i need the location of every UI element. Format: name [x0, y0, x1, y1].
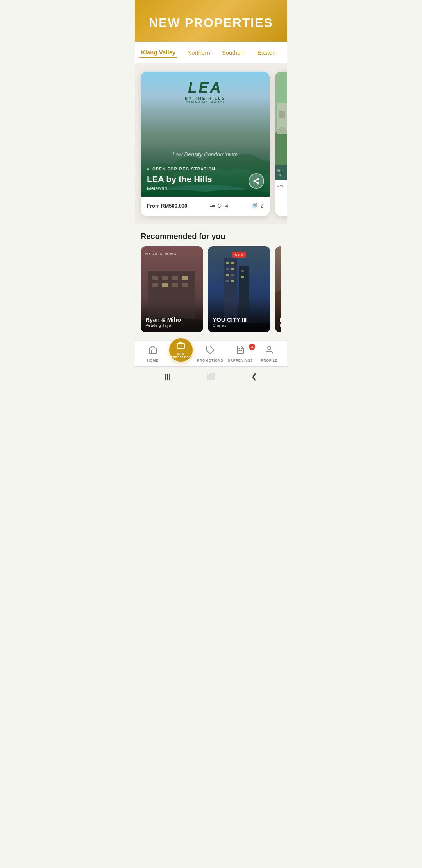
partial-card-mid: Ir... SE...: [275, 165, 287, 180]
bottom-nav: HOME NEWPROPERTIES PROMOTIONS: [135, 340, 287, 366]
lea-logo-main: LEA: [185, 79, 225, 96]
recommended-section: Recommended for you: [135, 224, 287, 340]
tab-southern[interactable]: Southern: [220, 48, 248, 57]
svg-rect-29: [226, 274, 229, 276]
mira-name: Mira At Sh...: [280, 316, 281, 323]
mira-location: Puchong...: [280, 323, 281, 328]
back-button[interactable]: ❮: [251, 372, 257, 381]
rec-card-ryan-miho[interactable]: RYAN & MIHO Ryan & Miho Petaling Jaya: [141, 246, 203, 332]
lea-logo-sub2: TAMAN MELAWATI: [185, 100, 225, 104]
svg-rect-19: [162, 283, 168, 287]
you-city-location: Cheras: [213, 323, 266, 328]
you-city-badge: GRU: [232, 252, 246, 258]
svg-rect-13: [148, 270, 195, 271]
new-properties-label: NEWPROPERTIES: [171, 353, 191, 359]
lea-logo: LEA BY THE HILLS TAMAN MELAWATI: [185, 79, 225, 104]
share-icon: [253, 178, 260, 185]
nav-item-home[interactable]: HOME: [141, 345, 165, 362]
svg-rect-16: [172, 276, 178, 280]
home-label: HOME: [147, 359, 158, 362]
lea-logo-sub: BY THE HILLS: [185, 96, 225, 100]
happenings-badge: 3: [249, 344, 255, 350]
you-city-overlay: YOU CITY III Cheras: [208, 301, 270, 332]
card-baths: 🚿 2: [250, 202, 263, 210]
svg-rect-34: [241, 276, 244, 278]
svg-rect-17: [182, 276, 188, 280]
nav-active-circle: NEWPROPERTIES: [169, 338, 193, 362]
ryan-miho-name: Ryan & Miho: [145, 316, 198, 323]
partial-image-svg: [275, 72, 287, 165]
svg-rect-32: [231, 280, 234, 282]
partial-card-image: [275, 72, 287, 165]
svg-rect-26: [231, 262, 234, 264]
card-location: Melawati: [147, 185, 263, 191]
svg-rect-9: [279, 111, 285, 118]
svg-rect-20: [172, 283, 178, 287]
card-price: From RM500,000: [147, 203, 187, 209]
profile-label: PROFILE: [261, 359, 278, 362]
svg-rect-18: [152, 283, 158, 287]
properties-scroll-container: LEA BY THE HILLS TAMAN MELAWATI Low Dens…: [135, 64, 287, 224]
home-icon: [148, 345, 157, 357]
happenings-label: HAPPENINGS: [228, 359, 253, 362]
beds-value: 3 - 4: [218, 203, 228, 209]
mira-overlay: Mira At Sh... Puchong...: [275, 301, 281, 332]
ryan-miho-overlay: Ryan & Miho Petaling Jaya: [141, 301, 203, 332]
rec-card-you-city[interactable]: GRU YOU CITY III Cheras: [208, 246, 270, 332]
svg-line-6: [255, 179, 257, 181]
svg-rect-27: [226, 268, 229, 270]
bath-icon: 🚿: [250, 202, 258, 210]
svg-line-5: [255, 181, 257, 183]
property-card-lea[interactable]: LEA BY THE HILLS TAMAN MELAWATI Low Dens…: [141, 72, 270, 216]
profile-icon: [265, 345, 274, 357]
region-tabs: Klang Valley Northern Southern Eastern A…: [135, 42, 287, 64]
tab-australia[interactable]: Australia: [287, 48, 287, 57]
card-footer: From RM500,000 🛏 3 - 4 🚿 2: [141, 197, 270, 215]
property-card-partial[interactable]: Ir... SE... Fro...: [275, 72, 287, 216]
card-property-name: LEA by the Hills: [147, 174, 263, 185]
svg-rect-15: [162, 276, 168, 280]
recommended-title: Recommended for you: [141, 232, 281, 241]
share-button[interactable]: [249, 173, 264, 189]
svg-point-45: [268, 346, 271, 350]
svg-rect-30: [231, 274, 234, 276]
recommended-scroll: RYAN & MIHO Ryan & Miho Petaling Jaya: [141, 246, 281, 336]
svg-rect-33: [241, 270, 244, 272]
tab-northern[interactable]: Northern: [185, 48, 212, 57]
home-button[interactable]: ⬜: [207, 372, 215, 381]
baths-value: 2: [261, 203, 263, 209]
partial-price: Fro...: [277, 184, 286, 188]
svg-rect-21: [182, 283, 188, 287]
svg-rect-25: [226, 262, 229, 264]
ryan-miho-brand: RYAN & MIHO: [145, 252, 177, 256]
tab-klang-valley[interactable]: Klang Valley: [139, 47, 178, 58]
nav-item-happenings[interactable]: 3 HAPPENINGS: [228, 345, 253, 362]
svg-rect-31: [226, 280, 229, 282]
partial-name: Ir...: [277, 169, 287, 173]
svg-rect-28: [231, 268, 234, 270]
tab-eastern[interactable]: Eastern: [255, 48, 280, 57]
svg-rect-14: [152, 276, 158, 280]
header: NEW PROPERTIES: [135, 0, 287, 42]
recent-apps-button[interactable]: |||: [165, 373, 170, 381]
system-bar: ||| ⬜ ❮: [135, 366, 287, 386]
promotions-label: PROMOTIONS: [197, 359, 223, 362]
you-city-name: YOU CITY III: [213, 316, 266, 323]
nav-item-promotions[interactable]: PROMOTIONS: [197, 345, 223, 362]
card-beds: 🛏 3 - 4: [209, 203, 228, 210]
property-card-image: LEA BY THE HILLS TAMAN MELAWATI Low Dens…: [141, 72, 270, 197]
happenings-icon: [236, 345, 245, 357]
rec-card-mira[interactable]: Mira At Sh... Puchong...: [275, 246, 281, 332]
promotions-icon: [206, 345, 215, 357]
nav-item-new-properties[interactable]: NEWPROPERTIES: [169, 346, 193, 362]
partial-location: SE...: [277, 173, 287, 177]
bed-icon: 🛏: [209, 203, 216, 210]
registration-badge: OPEN FOR REGISTRATION: [147, 167, 263, 171]
ryan-miho-location: Petaling Jaya: [145, 323, 198, 328]
page-title: NEW PROPERTIES: [143, 16, 279, 30]
nav-item-profile[interactable]: PROFILE: [257, 345, 281, 362]
new-properties-icon: [177, 341, 185, 352]
partial-card-bottom: Fro...: [275, 180, 287, 192]
card-overlay: OPEN FOR REGISTRATION LEA by the Hills M…: [141, 143, 270, 197]
